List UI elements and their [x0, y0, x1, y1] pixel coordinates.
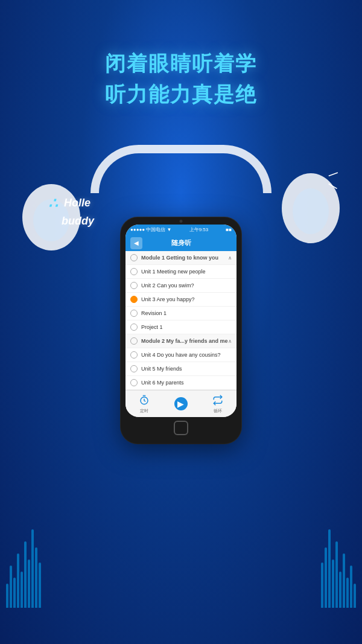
- item-radio: [130, 254, 138, 261]
- status-bar: ●●●●● 中国电信 ▼ 上午9:53 ■■: [125, 225, 237, 235]
- home-button[interactable]: [174, 421, 188, 435]
- bubble-dots: ∴: [48, 193, 57, 214]
- timer-label: 定时: [140, 408, 148, 414]
- item-radio: [130, 379, 138, 386]
- item-radio: [130, 365, 138, 372]
- item-text: Unit 3 Are you happy?: [141, 296, 232, 302]
- item-text: Project 1: [141, 324, 232, 330]
- time-text: 上午9:53: [189, 226, 209, 233]
- timer-button[interactable]: 定时: [138, 394, 151, 414]
- item-radio: [130, 351, 138, 359]
- list-item[interactable]: Module 1 Getting to know you∧: [125, 251, 237, 265]
- title-text: 闭着眼睛听着学 听力能力真是绝: [0, 48, 362, 110]
- play-icon: ▶: [174, 397, 188, 410]
- carrier-text: ●●●●● 中国电信 ▼: [130, 226, 172, 233]
- item-radio: [130, 282, 138, 289]
- loop-button[interactable]: 循环: [211, 394, 224, 414]
- title-line2: 听力能力真是绝: [0, 79, 362, 110]
- eq-bars-right: [321, 529, 356, 608]
- headphone-right-cup: — —: [278, 163, 344, 253]
- list-item[interactable]: Revision 1: [125, 307, 237, 320]
- phone-screen: ●●●●● 中国电信 ▼ 上午9:53 ■■ ◀ 随身听 Module 1 Ge…: [125, 225, 237, 417]
- item-text: Unit 4 Do you have any cousins?: [141, 352, 232, 358]
- item-radio: [130, 296, 138, 303]
- chevron-icon: ∧: [228, 255, 232, 261]
- list-item[interactable]: Unit 1 Meeting new people: [125, 265, 237, 279]
- list-item[interactable]: Unit 5 My friends: [125, 362, 237, 376]
- list-item[interactable]: Module 2 My fa...y friends and me∧: [125, 334, 237, 348]
- title-line1: 闭着眼睛听着学: [0, 48, 362, 79]
- app-header: ◀ 随身听: [125, 235, 237, 251]
- chevron-icon: ∧: [228, 339, 232, 344]
- phone-camera: [180, 220, 183, 223]
- loop-label: 循环: [214, 408, 222, 414]
- play-button[interactable]: ▶: [174, 397, 188, 410]
- list-item[interactable]: Unit 4 Do you have any cousins?: [125, 348, 237, 362]
- hello-buddy-text: ∴ Holle buddy: [48, 193, 94, 229]
- item-radio: [130, 268, 138, 275]
- item-text: Unit 5 My friends: [141, 366, 232, 372]
- item-text: Module 2 My fa...y friends and me: [141, 338, 228, 344]
- list-item[interactable]: Unit 6 My parents: [125, 376, 237, 390]
- list-item[interactable]: Unit 3 Are you happy?: [125, 293, 237, 307]
- item-text: Unit 2 Can you swim?: [141, 282, 232, 289]
- hello-line2: buddy: [62, 215, 94, 227]
- list-item[interactable]: Project 1: [125, 320, 237, 334]
- phone-mockup: ●●●●● 中国电信 ▼ 上午9:53 ■■ ◀ 随身听 Module 1 Ge…: [121, 217, 241, 444]
- loop-icon: [211, 394, 224, 407]
- bottom-bar: 定时 ▶ 循环: [125, 390, 237, 417]
- timer-icon: [138, 394, 151, 407]
- item-text: Unit 6 My parents: [141, 380, 232, 386]
- item-text: Unit 1 Meeting new people: [141, 269, 232, 275]
- app-title: 随身听: [171, 238, 191, 247]
- phone-body: ●●●●● 中国电信 ▼ 上午9:53 ■■ ◀ 随身听 Module 1 Ge…: [121, 217, 241, 444]
- item-text: Revision 1: [141, 310, 232, 316]
- audio-list: Module 1 Getting to know you∧Unit 1 Meet…: [125, 251, 237, 390]
- svg-point-3: [293, 188, 329, 234]
- hello-line1: Holle: [64, 197, 91, 209]
- headphone-band: [91, 145, 272, 193]
- eq-bars-left: [6, 529, 41, 608]
- battery-text: ■■: [226, 227, 232, 232]
- back-button[interactable]: ◀: [130, 237, 142, 249]
- item-text: Module 1 Getting to know you: [141, 255, 228, 261]
- list-item[interactable]: Unit 2 Can you swim?: [125, 279, 237, 293]
- item-radio: [130, 310, 138, 317]
- item-radio: [130, 324, 138, 331]
- item-radio: [130, 337, 138, 345]
